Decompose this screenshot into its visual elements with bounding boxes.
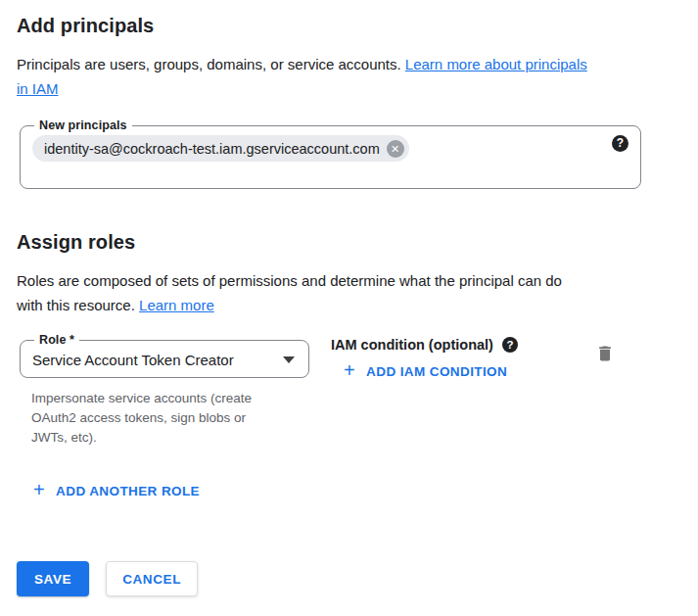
role-helper-line3: JWTs, etc).: [31, 430, 97, 445]
assign-roles-description: Roles are composed of sets of permission…: [17, 268, 681, 317]
principals-description: Principals are users, groups, domains, o…: [17, 52, 681, 101]
assign-roles-description-line2: with this resource.: [17, 297, 139, 313]
add-principals-panel: Add principals Principals are users, gro…: [0, 0, 698, 616]
principals-description-text: Principals are users, groups, domains, o…: [17, 56, 405, 72]
delete-role-column: [595, 333, 615, 368]
assign-roles-title: Assign roles: [17, 230, 681, 254]
iam-condition-label-row: IAM condition (optional) ?: [331, 337, 518, 353]
role-helper-text: Impersonate service accounts (createOAut…: [31, 389, 296, 448]
add-iam-condition-button[interactable]: + ADD IAM CONDITION: [344, 363, 507, 379]
cancel-button[interactable]: CANCEL: [106, 561, 198, 596]
add-another-role-label: ADD ANOTHER ROLE: [56, 484, 200, 498]
role-helper-line2: OAuth2 access tokens, sign blobs or: [31, 410, 246, 425]
role-helper-line1: Impersonate service accounts (create: [31, 391, 252, 405]
delete-role-button[interactable]: [595, 343, 615, 364]
plus-icon: +: [344, 362, 355, 378]
new-principals-field[interactable]: New principals identity-sa@cockroach-tes…: [20, 118, 641, 189]
role-select-value-row[interactable]: Service Account Token Creator: [32, 348, 297, 371]
trash-icon: [595, 343, 615, 364]
role-assignment-row: Role * Service Account Token Creator Imp…: [17, 333, 681, 501]
assign-roles-description-line1: Roles are composed of sets of permission…: [17, 272, 562, 289]
save-button[interactable]: SAVE: [17, 561, 89, 596]
add-iam-condition-label: ADD IAM CONDITION: [366, 364, 507, 379]
dropdown-arrow-icon[interactable]: [283, 356, 295, 363]
dialog-actions: SAVE CANCEL: [17, 561, 681, 596]
principal-chip: identity-sa@cockroach-test.iam.gservicea…: [32, 135, 409, 162]
plus-icon: +: [33, 482, 45, 498]
role-select[interactable]: Role * Service Account Token Creator: [20, 333, 309, 378]
iam-condition-label: IAM condition (optional): [331, 337, 493, 353]
add-another-role-button[interactable]: + ADD ANOTHER ROLE: [33, 483, 200, 498]
role-select-label: Role *: [34, 333, 79, 347]
iam-condition-help-icon[interactable]: ?: [502, 337, 518, 353]
learn-more-roles-link[interactable]: Learn more: [139, 297, 214, 313]
iam-condition-column: IAM condition (optional) ? + ADD IAM CON…: [331, 333, 518, 382]
page-title: Add principals: [17, 14, 681, 37]
new-principals-help-icon[interactable]: ?: [612, 135, 628, 152]
new-principals-input-area[interactable]: identity-sa@cockroach-test.iam.gservicea…: [32, 135, 628, 162]
learn-more-principals-link-continued[interactable]: in IAM: [17, 80, 59, 97]
role-select-value: Service Account Token Creator: [32, 352, 234, 368]
learn-more-principals-link[interactable]: Learn more about principals: [405, 56, 587, 72]
principal-chip-text: identity-sa@cockroach-test.iam.gservicea…: [44, 141, 380, 157]
chip-remove-icon[interactable]: ✕: [387, 140, 404, 158]
role-column: Role * Service Account Token Creator Imp…: [20, 333, 309, 501]
new-principals-label: New principals: [34, 118, 132, 132]
